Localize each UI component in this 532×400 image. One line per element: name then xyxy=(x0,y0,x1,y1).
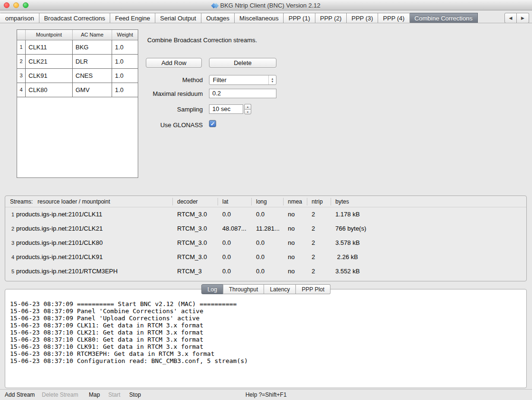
title-bar: BKG Ntrip Client (BNC) Version 2.12 xyxy=(0,0,532,10)
add-stream-action[interactable]: Add Stream xyxy=(5,391,35,398)
cell-weight[interactable]: 1.0 xyxy=(112,55,138,69)
stream-long: 0.0 xyxy=(256,211,265,218)
tab-throughput[interactable]: Throughput xyxy=(223,284,264,294)
tab-miscellaneous[interactable]: Miscellaneous xyxy=(235,13,284,23)
tab-ppp-1[interactable]: PPP (1) xyxy=(284,13,315,23)
stop-action[interactable]: Stop xyxy=(129,391,141,398)
stream-row[interactable]: 2 products.igs-ip.net:2101/CLK21 RTCM_3.… xyxy=(5,222,526,236)
tab-serial-output[interactable]: Serial Output xyxy=(155,13,201,23)
streams-header-decoder: decoder xyxy=(177,198,198,205)
stream-ntrip: 2 xyxy=(312,268,315,275)
stream-bytes: 1.178 kB xyxy=(335,211,360,218)
tab-ppp-plot[interactable]: PPP Plot xyxy=(296,284,331,294)
streams-header-name: Streams: resource loader / mountpoint xyxy=(10,198,110,205)
tab-scroll-left-icon[interactable]: ◀ xyxy=(504,13,517,23)
row-number: 1 xyxy=(9,212,17,217)
column-header-weight: Weight xyxy=(112,30,138,40)
streams-header-lat: lat xyxy=(222,198,228,205)
cell-ac-name[interactable]: DLR xyxy=(73,55,112,69)
cell-ac-name[interactable]: GMV xyxy=(73,83,112,97)
tab-outages[interactable]: Outages xyxy=(201,13,235,23)
maximal-residuum-label: Maximal residuum xyxy=(140,90,203,97)
check-icon: ✓ xyxy=(210,121,215,127)
stream-mountpoint: products.igs-ip.net:2101/CLK11 xyxy=(16,211,102,218)
stream-ntrip: 2 xyxy=(312,253,315,260)
stream-lat: 0.0 xyxy=(222,211,231,218)
stream-long: 0.0 xyxy=(256,239,265,246)
tab-ppp-2[interactable]: PPP (2) xyxy=(315,13,347,23)
stream-nmea: no xyxy=(288,253,294,260)
streams-header: Streams: resource loader / mountpoint de… xyxy=(5,196,526,207)
stream-bytes: 3.552 kB xyxy=(335,268,360,275)
spin-down-icon[interactable]: ▼ xyxy=(244,109,251,114)
window-title: BKG Ntrip Client (BNC) Version 2.12 xyxy=(220,2,321,9)
stream-decoder: RTCM_3 xyxy=(177,268,202,275)
stream-ntrip: 2 xyxy=(312,225,315,232)
stream-row[interactable]: 3 products.igs-ip.net:2101/CLK80 RTCM_3.… xyxy=(5,236,526,250)
use-glonass-checkbox[interactable]: ✓ xyxy=(209,120,216,127)
log-line: 15-06-23 08:37:10 CLK21: Get data in RTC… xyxy=(10,329,522,336)
log-line: 15-06-23 08:37:09 Panel 'Upload Correcti… xyxy=(10,315,522,322)
row-header[interactable]: 4 xyxy=(17,83,26,97)
cell-mountpoint[interactable]: CLK91 xyxy=(26,69,73,83)
stream-mountpoint: products.igs-ip.net:2101/CLK80 xyxy=(16,239,103,246)
cell-ac-name[interactable]: BKG xyxy=(73,40,112,55)
stream-lat: 0.0 xyxy=(222,253,231,260)
method-select[interactable]: Filter ▲ ▼ xyxy=(209,75,276,85)
stream-row[interactable]: 5 products.igs-ip.net:2101/RTCM3EPH RTCM… xyxy=(5,264,526,279)
row-header[interactable]: 1 xyxy=(17,40,26,55)
delete-button[interactable]: Delete xyxy=(209,58,276,68)
stream-row[interactable]: 1 products.igs-ip.net:2101/CLK11 RTCM_3.… xyxy=(5,207,526,222)
mountpoint-table: Mountpoint AC Name Weight 1 CLK11 BKG 1.… xyxy=(17,29,138,178)
tab-pane-border xyxy=(0,23,532,23)
table-row: 2 CLK21 DLR 1.0 xyxy=(17,55,138,69)
cell-weight[interactable]: 1.0 xyxy=(112,69,138,83)
cell-mountpoint[interactable]: CLK11 xyxy=(26,40,73,55)
tab-latency[interactable]: Latency xyxy=(264,284,296,294)
stream-ntrip: 2 xyxy=(312,239,315,246)
cell-mountpoint[interactable]: CLK80 xyxy=(26,83,73,97)
stream-lat: 0.0 xyxy=(222,239,231,246)
tab-comparison[interactable]: omparison xyxy=(0,13,39,23)
add-row-button[interactable]: Add Row xyxy=(146,58,202,68)
stream-bytes: 2.26 kB xyxy=(335,253,358,260)
stream-lat: 0.0 xyxy=(222,268,231,275)
table-row: 1 CLK11 BKG 1.0 xyxy=(17,40,138,55)
row-header[interactable]: 3 xyxy=(17,69,26,83)
streams-header-nmea: nmea xyxy=(288,198,302,205)
stream-nmea: no xyxy=(288,225,294,232)
delete-stream-action[interactable]: Delete Stream xyxy=(42,391,78,398)
log-line: 15-06-23 08:37:09 Panel 'Combine Correct… xyxy=(10,307,522,315)
cell-mountpoint[interactable]: CLK21 xyxy=(26,55,73,69)
tab-combine-corrections[interactable]: Combine Corrections xyxy=(410,13,478,23)
sampling-input[interactable]: 10 sec xyxy=(209,104,243,114)
log-panel: 15-06-23 08:37:09 ========== Start BNC v… xyxy=(5,289,527,388)
stream-mountpoint: products.igs-ip.net:2101/RTCM3EPH xyxy=(16,268,118,275)
stream-ntrip: 2 xyxy=(312,211,315,218)
spin-up-icon[interactable]: ▲ xyxy=(244,104,251,109)
tab-log[interactable]: Log xyxy=(201,284,223,294)
cell-weight[interactable]: 1.0 xyxy=(112,83,138,97)
tab-ppp-4[interactable]: PPP (4) xyxy=(378,13,409,23)
log-line: 15-06-23 08:37:10 RTCM3EPH: Get data in … xyxy=(10,350,522,357)
table-row: 3 CLK91 CNES 1.0 xyxy=(17,69,138,83)
tab-feed-engine[interactable]: Feed Engine xyxy=(110,13,155,23)
stream-nmea: no xyxy=(288,211,294,218)
maximal-residuum-input[interactable]: 0.2 xyxy=(209,89,276,98)
start-action[interactable]: Start xyxy=(108,391,120,398)
log-view[interactable]: 15-06-23 08:37:09 ========== Start BNC v… xyxy=(10,300,522,385)
cell-ac-name[interactable]: CNES xyxy=(73,69,112,83)
map-action[interactable]: Map xyxy=(89,391,100,398)
sampling-label: Sampling xyxy=(140,106,203,113)
stream-row[interactable]: 4 products.igs-ip.net:2101/CLK91 RTCM_3.… xyxy=(5,250,526,264)
streams-header-long: long xyxy=(256,198,267,205)
stream-nmea: no xyxy=(288,239,294,246)
tab-broadcast-corrections[interactable]: Broadcast Corrections xyxy=(39,13,111,23)
stream-decoder: RTCM_3.0 xyxy=(177,225,207,232)
cell-weight[interactable]: 1.0 xyxy=(112,40,138,55)
column-header-ac-name: AC Name xyxy=(73,30,112,40)
tab-ppp-3[interactable]: PPP (3) xyxy=(347,13,378,23)
row-number: 5 xyxy=(9,269,17,274)
row-header[interactable]: 2 xyxy=(17,55,26,69)
tab-scroll-right-icon[interactable]: ▶ xyxy=(517,13,529,23)
